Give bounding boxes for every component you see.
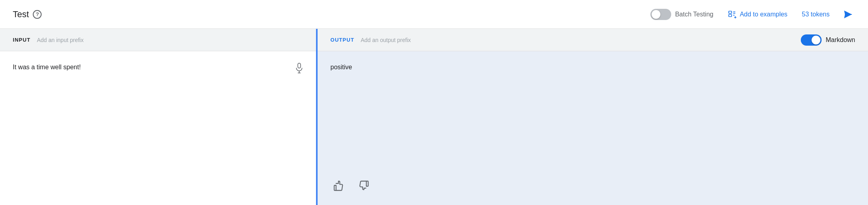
svg-rect-1: [729, 14, 732, 17]
markdown-toggle-container: ✓ Markdown: [801, 34, 855, 46]
add-examples-icon: [728, 10, 736, 19]
toolbar-left: Test ?: [13, 9, 650, 20]
svg-rect-0: [729, 11, 732, 13]
add-to-examples-button[interactable]: Add to examples: [724, 8, 790, 21]
input-text: It was a time well spent!: [13, 64, 81, 70]
markdown-toggle[interactable]: ✓: [801, 34, 822, 46]
help-icon[interactable]: ?: [33, 10, 42, 19]
output-text: positive: [330, 64, 352, 70]
toggle-checkmark: ✓: [815, 37, 819, 43]
svg-rect-8: [298, 63, 301, 68]
send-icon: [843, 9, 853, 20]
output-label: OUTPUT: [330, 37, 354, 43]
input-prefix-area: INPUT Add an input prefix: [0, 37, 316, 43]
input-label: INPUT: [13, 37, 30, 43]
sub-header: INPUT Add an input prefix OUTPUT Add an …: [0, 29, 868, 51]
batch-testing-toggle[interactable]: [650, 9, 671, 20]
markdown-label: Markdown: [826, 36, 855, 44]
toolbar: Test ? Batch Testing Add to examples: [0, 0, 868, 29]
thumbs-up-icon: [333, 180, 344, 191]
output-area: positive: [318, 51, 868, 205]
page-title: Test: [13, 9, 29, 20]
thumbs-up-button[interactable]: [330, 178, 346, 194]
output-prefix-placeholder[interactable]: Add an output prefix: [361, 37, 795, 43]
input-prefix-placeholder[interactable]: Add an input prefix: [37, 37, 84, 43]
tokens-count: 53 tokens: [802, 11, 830, 18]
batch-testing-container: Batch Testing: [650, 9, 714, 20]
input-area[interactable]: It was a time well spent!: [0, 51, 316, 205]
thumbs-down-button[interactable]: [356, 178, 372, 194]
feedback-icons: [330, 178, 372, 194]
output-prefix-area: OUTPUT Add an output prefix ✓ Markdown: [318, 34, 868, 46]
toolbar-right: Batch Testing Add to examples 53 tokens: [650, 7, 855, 22]
add-examples-label: Add to examples: [740, 11, 787, 18]
microphone-icon[interactable]: [294, 62, 305, 74]
main-content: It was a time well spent! positive: [0, 51, 868, 205]
batch-testing-label: Batch Testing: [675, 11, 714, 18]
thumbs-down-icon: [358, 180, 370, 191]
send-button[interactable]: [841, 7, 855, 22]
